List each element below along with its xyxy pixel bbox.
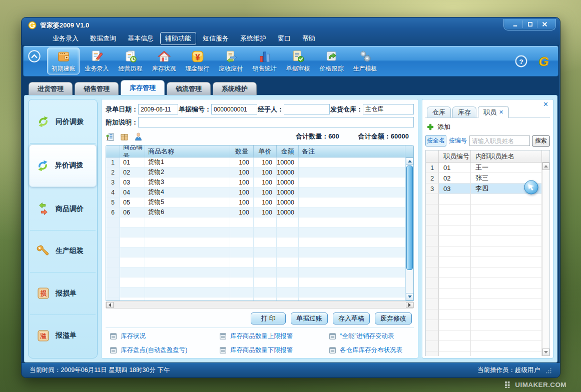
right-tab-仓库[interactable]: 仓库	[427, 106, 451, 118]
menu-item-窗口[interactable]: 窗口	[273, 32, 296, 45]
table-row[interactable]: 606货物610010010000	[106, 208, 413, 218]
employee-row[interactable]	[426, 288, 549, 299]
table-row[interactable]: 101货物110010010000	[106, 158, 413, 168]
toolbar-item-业务录入[interactable]: 业务录入	[81, 48, 113, 74]
field-input[interactable]	[211, 104, 257, 114]
table-row[interactable]	[106, 228, 413, 238]
employee-row[interactable]	[426, 299, 549, 310]
quick-link[interactable]: 库存商品数量上限报警	[219, 332, 329, 340]
toolbar-item-库存状况[interactable]: 库存状况	[148, 48, 180, 74]
employee-row[interactable]	[426, 246, 549, 257]
table-row[interactable]	[106, 288, 413, 298]
sidebar-item-报溢单[interactable]: 溢报溢单	[30, 315, 96, 357]
menu-item-短信服务[interactable]: 短信服务	[198, 32, 234, 45]
vertical-scrollbar[interactable]	[405, 158, 413, 300]
toolbar-item-现金银行[interactable]: ¥现金银行	[181, 48, 214, 74]
collapse-toolbar-button[interactable]	[28, 50, 41, 63]
search-button[interactable]: 搜索	[532, 136, 550, 146]
field-input[interactable]	[284, 104, 330, 114]
action-button-存入草稿[interactable]: 存入草稿	[333, 312, 370, 324]
quick-link[interactable]: 库存商品数量下限报警	[219, 346, 329, 354]
menu-item-基本信息[interactable]: 基本信息	[123, 32, 159, 45]
table-row[interactable]: 303货物310010010000	[106, 178, 413, 188]
action-button-废弃修改[interactable]: 废弃修改	[375, 312, 412, 324]
scroll-right-button[interactable]	[406, 302, 413, 308]
tab-系统维护[interactable]: 系统维护	[213, 82, 257, 95]
sidebar-item-报损单[interactable]: 损报损单	[30, 272, 96, 315]
menu-item-系统维护[interactable]: 系统维护	[235, 32, 271, 45]
horizontal-scrollbar[interactable]	[106, 302, 414, 308]
table-row[interactable]: 505货物510010010000	[106, 198, 413, 208]
scroll-down-button[interactable]	[406, 293, 413, 300]
employee-row[interactable]	[426, 278, 549, 288]
menu-item-帮助[interactable]: 帮助	[297, 32, 320, 45]
employee-row[interactable]	[426, 352, 549, 356]
scroll-up-button[interactable]	[406, 158, 413, 165]
toolbar-item-经营历程[interactable]: 经营历程	[114, 48, 147, 74]
employee-row[interactable]	[426, 194, 549, 204]
table-row[interactable]: 404货物410010010000	[106, 188, 413, 198]
warehouse-icon[interactable]	[106, 132, 115, 142]
sidebar-item-商品调价[interactable]: 商品调价	[30, 188, 96, 230]
quick-link[interactable]: “全能”进销存变动表	[329, 332, 410, 340]
tab-close-icon[interactable]: ✕	[499, 109, 503, 116]
tab-进货管理[interactable]: 进货管理	[29, 82, 73, 95]
help-button[interactable]: ?	[514, 54, 528, 68]
note-input[interactable]	[138, 117, 414, 128]
tab-钱流管理[interactable]: 钱流管理	[167, 82, 211, 95]
employee-row[interactable]	[426, 320, 549, 330]
search-by-name-toggle[interactable]: 按全名	[425, 135, 446, 146]
employee-scroll-up-button[interactable]	[542, 162, 549, 170]
action-button-单据过账[interactable]: 单据过账	[291, 312, 328, 324]
table-row[interactable]	[106, 268, 413, 278]
sidebar-item-生产组装[interactable]: 生产组装	[30, 230, 96, 273]
search-input[interactable]	[469, 136, 530, 146]
employee-row[interactable]	[426, 341, 549, 352]
search-by-code-toggle[interactable]: 按编号	[448, 136, 467, 146]
employee-row[interactable]	[426, 268, 549, 278]
menu-item-数据查询[interactable]: 数据查询	[85, 32, 121, 45]
employee-row[interactable]: 101王一	[426, 162, 549, 173]
employee-scrollbar[interactable]	[542, 162, 549, 356]
goods-icon[interactable]	[120, 132, 129, 142]
menu-item-辅助功能[interactable]: 辅助功能	[160, 32, 196, 45]
toolbar-item-应收应付[interactable]: 应收应付	[215, 48, 247, 74]
toolbar-item-单据审核[interactable]: 单据审核	[282, 48, 314, 74]
table-row[interactable]: 202货物210010010000	[106, 168, 413, 178]
menu-item-业务录入[interactable]: 业务录入	[48, 32, 84, 45]
scroll-left-button[interactable]	[106, 302, 114, 308]
toolbar-item-销售统计[interactable]: 销售统计	[248, 48, 281, 74]
table-row[interactable]	[106, 258, 413, 268]
close-button[interactable]	[537, 20, 551, 28]
tab-库存管理[interactable]: 库存管理	[121, 80, 165, 95]
employee-row[interactable]	[426, 204, 549, 215]
employee-scroll-down-button[interactable]	[542, 348, 549, 356]
panel-close-icon[interactable]: ✕	[543, 100, 548, 108]
table-row[interactable]	[106, 278, 413, 288]
employee-icon[interactable]	[134, 132, 143, 142]
toolbar-item-生产模板[interactable]: 生产模板	[349, 48, 381, 74]
table-row[interactable]	[106, 248, 413, 258]
add-button[interactable]: 添加	[425, 118, 550, 135]
employee-row[interactable]	[426, 236, 549, 246]
quick-link[interactable]: 库存盘点(自动盘盈盘亏)	[110, 346, 219, 354]
minimize-button[interactable]	[508, 20, 522, 28]
employee-row[interactable]	[426, 226, 549, 236]
right-tab-职员[interactable]: 职员✕	[478, 106, 509, 118]
right-tab-库存[interactable]: 库存	[452, 106, 476, 118]
table-row[interactable]	[106, 298, 413, 300]
toolbar-item-初期建账[interactable]: 初期建账	[47, 48, 80, 74]
field-input[interactable]	[138, 104, 178, 114]
action-button-打印[interactable]: 打 印	[251, 312, 286, 324]
scrollbar-thumb[interactable]	[406, 166, 413, 270]
employee-row[interactable]	[426, 330, 549, 341]
sidebar-item-同价调拨[interactable]: 同价调拨	[30, 101, 96, 144]
quick-link[interactable]: 各仓库库存分布状况表	[329, 346, 410, 354]
sidebar-item-异价调拨[interactable]: 异价调拨	[29, 144, 97, 188]
table-row[interactable]	[106, 238, 413, 248]
resize-grip[interactable]	[545, 367, 552, 374]
employee-row[interactable]	[426, 310, 549, 320]
field-input[interactable]	[363, 104, 414, 114]
table-row[interactable]	[106, 218, 413, 228]
quick-link[interactable]: 库存状况	[110, 332, 219, 340]
